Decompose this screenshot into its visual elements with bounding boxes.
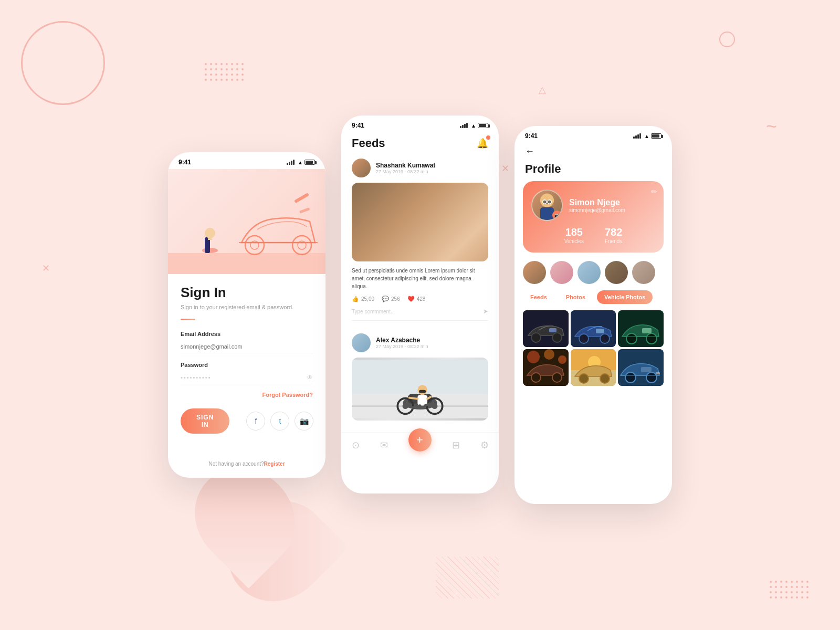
bell-badge xyxy=(486,135,490,140)
svg-point-54 xyxy=(600,374,610,383)
profile-avatar-area: 📷 Simon Njege simonnjege@gmail.com xyxy=(531,190,655,221)
friend-avatar-3[interactable] xyxy=(578,261,601,284)
like-action[interactable]: 👍 25,00 xyxy=(352,296,374,302)
nav-add-button[interactable]: + xyxy=(408,428,432,452)
nav-settings-icon[interactable]: ⚙ xyxy=(480,439,489,451)
forgot-password-link[interactable]: Forgot Password? xyxy=(181,392,313,398)
no-account-text: Not having an account? xyxy=(208,461,264,467)
profile-card: ✏ 📷 Simon xyxy=(523,181,664,253)
camera-badge[interactable]: 📷 xyxy=(552,211,562,220)
back-button[interactable]: ← xyxy=(525,146,534,157)
svg-point-56 xyxy=(625,372,636,383)
register-link[interactable]: Register xyxy=(264,461,285,467)
password-dots: •••••••••• xyxy=(181,371,307,384)
signal-bar-2 xyxy=(635,135,637,139)
vehicle-thumb-3[interactable] xyxy=(618,310,664,347)
password-label: Password xyxy=(181,362,313,368)
signin-content: Sign In Sign in to your registered email… xyxy=(168,274,326,453)
nav-home-icon[interactable]: ⊙ xyxy=(352,439,360,451)
signal-bar-3 xyxy=(637,134,639,139)
notification-bell[interactable]: 🔔 xyxy=(477,138,488,149)
signin-bottom: Not having an account? Register xyxy=(168,453,326,475)
signal-bar-4 xyxy=(639,133,641,139)
svg-point-49 xyxy=(552,373,562,382)
heart-icon: ❤️ xyxy=(407,296,415,302)
feeds-title: Feeds xyxy=(352,136,385,150)
vehicles-label: Vehicles xyxy=(564,238,584,244)
bg-squiggle: ~ xyxy=(766,116,777,138)
signal-bar-3 xyxy=(464,124,466,128)
edit-icon[interactable]: ✏ xyxy=(651,187,657,196)
signal-bar-3 xyxy=(291,161,292,165)
signin-subtitle: Sign in to your registered email & passw… xyxy=(181,304,313,310)
comment-placeholder: Type commment... xyxy=(352,309,483,314)
friends-label: Friends xyxy=(605,238,622,244)
battery-fill xyxy=(652,134,659,138)
svg-rect-0 xyxy=(168,253,326,274)
friend-avatar-1[interactable] xyxy=(523,261,546,284)
twitter-button[interactable]: t xyxy=(270,412,289,430)
facebook-button[interactable]: f xyxy=(246,412,265,430)
tab-vehicle-photos[interactable]: Vehicle Photos xyxy=(597,290,653,304)
nav-mail-icon[interactable]: ✉ xyxy=(380,439,388,451)
tab-feeds[interactable]: Feeds xyxy=(523,290,554,304)
tab-photos[interactable]: Photos xyxy=(559,290,593,304)
avatar-img-2 xyxy=(352,333,371,352)
battery-icon xyxy=(651,133,662,139)
comment-icon: 💬 xyxy=(382,296,389,302)
post-author-2: Alex Azabache xyxy=(376,337,488,344)
profile-status-icons: ▲ xyxy=(633,133,662,139)
email-label: Email Address xyxy=(181,331,313,337)
svg-rect-35 xyxy=(549,328,556,332)
post-img-content-2 xyxy=(352,358,488,421)
vehicle-thumb-5[interactable] xyxy=(571,349,616,386)
post-time-2: 27 May 2019 - 08:32 min xyxy=(376,344,488,349)
svg-point-7 xyxy=(292,236,311,255)
svg-point-38 xyxy=(600,334,610,343)
vehicle-thumb-6[interactable] xyxy=(618,349,664,386)
friends-stat: 782 Friends xyxy=(605,226,622,244)
vehicle-img-2 xyxy=(571,310,616,347)
heart-action[interactable]: ❤️ 428 xyxy=(407,296,426,302)
signin-phone: 9:41 ▲ xyxy=(168,152,326,478)
post-img-content-1 xyxy=(352,183,488,261)
vehicle-grid xyxy=(514,310,672,386)
comment-action[interactable]: 💬 256 xyxy=(382,296,400,302)
car-illustration xyxy=(168,169,326,274)
signin-button[interactable]: SIGN IN xyxy=(181,408,229,434)
send-icon[interactable]: ➤ xyxy=(483,308,488,315)
nav-gift-icon[interactable]: ⊞ xyxy=(452,439,460,451)
friend-avatar-4[interactable] xyxy=(605,261,628,284)
feeds-status-icons: ▲ xyxy=(460,123,488,129)
vehicle-thumb-4[interactable] xyxy=(523,349,569,386)
comment-box-1: Type commment... ➤ xyxy=(352,308,488,321)
profile-header-bar: ← xyxy=(514,143,672,162)
svg-point-33 xyxy=(531,333,541,342)
friend-avatar-2[interactable] xyxy=(550,261,573,284)
eye-icon[interactable]: 👁 xyxy=(307,374,313,381)
svg-point-34 xyxy=(552,333,562,342)
svg-point-46 xyxy=(544,349,554,360)
vehicle-thumb-1[interactable] xyxy=(523,310,569,347)
profile-stats: 185 Vehicles 782 Friends xyxy=(531,226,655,244)
vehicle-img-6 xyxy=(618,349,664,386)
post-text-1: Sed ut perspiciatis unde omnis Lorem ips… xyxy=(352,267,488,290)
battery-icon xyxy=(304,160,315,165)
email-input[interactable] xyxy=(181,340,313,353)
signal-bar-2 xyxy=(462,125,464,128)
svg-rect-58 xyxy=(641,367,652,372)
profile-title: Profile xyxy=(514,162,672,181)
instagram-button[interactable]: 📷 xyxy=(295,412,313,430)
battery-icon xyxy=(478,123,488,128)
comment-count: 256 xyxy=(391,296,400,302)
vehicle-thumb-2[interactable] xyxy=(571,310,616,347)
signal-bar-4 xyxy=(293,160,295,165)
battery-fill xyxy=(479,124,486,127)
friend-avatar-5[interactable] xyxy=(632,261,655,284)
profile-avatar: 📷 xyxy=(531,190,563,221)
signal-bar-1 xyxy=(287,163,288,165)
bg-triangle-5: △ xyxy=(539,84,546,96)
vehicle-img-1 xyxy=(523,310,569,347)
password-field: •••••••••• 👁 xyxy=(181,371,313,384)
svg-point-18 xyxy=(403,403,408,409)
